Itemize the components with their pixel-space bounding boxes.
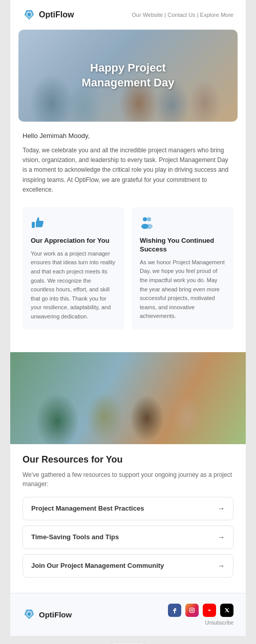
- resource-link-best-practices-label: Project Management Best Practices: [31, 504, 144, 512]
- card-success-title: Wishing You Continued Success: [140, 237, 225, 254]
- hero-text: Happy Project Management Day: [82, 61, 175, 90]
- team-image-section: [10, 352, 246, 444]
- card-appreciation: Our Appreciation for You Your work as a …: [23, 207, 124, 330]
- resource-link-best-practices-arrow: →: [218, 504, 225, 513]
- x-twitter-icon[interactable]: [220, 604, 233, 617]
- resource-link-community-arrow: →: [218, 562, 225, 570]
- svg-point-13: [193, 608, 194, 609]
- resource-link-tools-label: Time-Saving Tools and Tips: [31, 533, 119, 541]
- svg-point-5: [147, 217, 151, 221]
- resource-link-tools-arrow: →: [218, 533, 225, 541]
- greeting: Hello Jemimah Moody,: [23, 132, 233, 140]
- card-success: Wishing You Continued Success As we hono…: [132, 207, 233, 330]
- stripo-footer: ⚡ stripo: [0, 636, 256, 644]
- resource-link-tools[interactable]: Time-Saving Tools and Tips →: [23, 525, 233, 549]
- unsubscribe-link[interactable]: Unsubscribe: [205, 620, 233, 626]
- email-footer: OptiFlow Unsubscribe: [10, 593, 246, 636]
- resources-description: We've gathered a few resources to suppor…: [23, 470, 233, 489]
- resources-title: Our Resources for You: [23, 454, 233, 465]
- card-success-text: As we honor Project Management Day, we h…: [140, 258, 225, 321]
- footer-logo-text: OptiFlow: [39, 610, 72, 619]
- svg-rect-3: [32, 222, 35, 228]
- optiflow-logo-icon: [23, 8, 36, 21]
- svg-point-12: [191, 609, 193, 611]
- resource-link-best-practices[interactable]: Project Management Best Practices →: [23, 497, 233, 520]
- email-header: OptiFlow Our Website | Contact Us | Expl…: [10, 0, 246, 30]
- footer-logo-icon: [23, 608, 36, 621]
- body-content: Hello Jemimah Moody, Today, we celebrate…: [10, 122, 246, 352]
- logo-area: OptiFlow: [23, 8, 74, 21]
- nav-links[interactable]: Our Website | Contact Us | Explore More: [132, 12, 233, 18]
- resource-link-community-label: Join Our Project Management Community: [31, 562, 164, 569]
- facebook-icon[interactable]: [168, 604, 181, 617]
- person-icon: [140, 215, 225, 232]
- social-area: Unsubscribe: [168, 604, 233, 626]
- svg-point-4: [143, 217, 147, 221]
- svg-point-7: [145, 224, 153, 229]
- instagram-icon[interactable]: [185, 604, 199, 617]
- intro-text: Today, we celebrate you and all the incr…: [23, 146, 233, 195]
- resources-section: Our Resources for You We've gathered a f…: [10, 444, 246, 593]
- logo-text: OptiFlow: [39, 10, 74, 19]
- thumb-icon: [31, 215, 116, 232]
- team-image: [10, 352, 246, 444]
- card-appreciation-title: Our Appreciation for You: [31, 237, 116, 245]
- hero-image-section: Happy Project Management Day: [10, 30, 246, 122]
- hero-image: Happy Project Management Day: [18, 30, 238, 122]
- resource-link-community[interactable]: Join Our Project Management Community →: [23, 554, 233, 578]
- youtube-icon[interactable]: [203, 604, 216, 617]
- card-appreciation-text: Your work as a project manager ensures t…: [31, 249, 116, 321]
- footer-logo: OptiFlow: [23, 608, 72, 621]
- social-icons: [168, 604, 233, 617]
- hero-title: Happy Project Management Day: [82, 61, 175, 90]
- feature-cards: Our Appreciation for You Your work as a …: [23, 207, 233, 330]
